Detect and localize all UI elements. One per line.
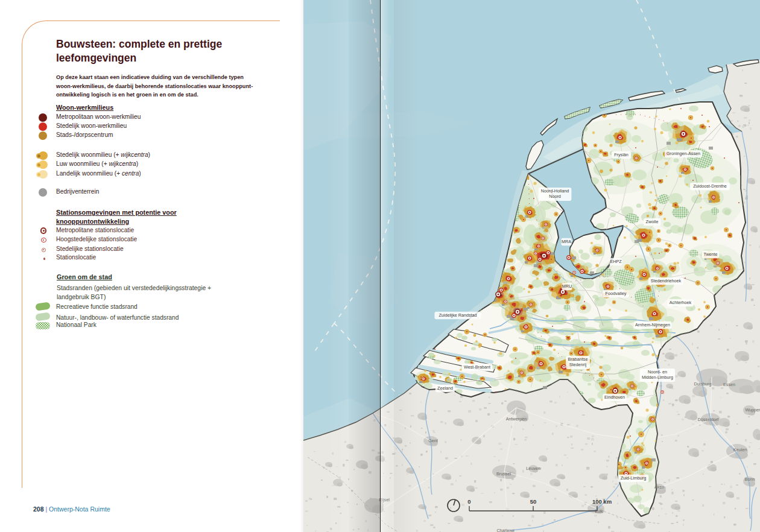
svg-text:Zuidelijke Randstad: Zuidelijke Randstad [439, 312, 477, 318]
svg-text:100 km: 100 km [592, 498, 612, 505]
svg-text:Brussel: Brussel [496, 471, 511, 477]
svg-text:Zuidoost-Drenthe: Zuidoost-Drenthe [693, 183, 727, 189]
svg-text:50: 50 [530, 498, 537, 505]
svg-text:Fryslân: Fryslân [614, 152, 629, 157]
svg-text:Noord-Holland: Noord-Holland [541, 188, 569, 194]
svg-text:Groningen-Assen: Groningen-Assen [667, 151, 700, 156]
svg-text:Noord- en: Noord- en [648, 369, 667, 375]
svg-text:Essen: Essen [723, 382, 735, 387]
svg-text:Düsseldorf: Düsseldorf [698, 417, 718, 422]
svg-text:Achterhoek: Achterhoek [670, 300, 692, 305]
svg-text:EHPZ: EHPZ [610, 259, 622, 264]
svg-text:MRU: MRU [562, 283, 572, 289]
svg-text:Midden-Limburg: Midden-Limburg [642, 375, 673, 380]
svg-text:Stedendriehoek: Stedendriehoek [651, 278, 682, 283]
svg-text:Arnhem-Nijmegen: Arnhem-Nijmegen [635, 322, 670, 328]
svg-text:Wupper: Wupper [745, 407, 760, 413]
svg-text:Keulen: Keulen [733, 447, 747, 452]
svg-text:Eindhoven: Eindhoven [604, 394, 625, 400]
svg-text:Noord: Noord [549, 194, 561, 199]
svg-text:Leuven: Leuven [526, 466, 540, 471]
svg-text:Zuid-Limburg: Zuid-Limburg [621, 475, 646, 481]
svg-text:MRA: MRA [562, 239, 571, 244]
svg-text:Antwerpen: Antwerpen [506, 416, 527, 422]
svg-text:Charleroi: Charleroi [496, 528, 515, 532]
svg-text:Gent: Gent [428, 438, 438, 443]
svg-text:Zeeland: Zeeland [437, 385, 453, 391]
svg-text:Foodvalley: Foodvalley [606, 291, 627, 296]
svg-text:Aken: Aken [654, 484, 664, 490]
svg-text:Zwolle: Zwolle [646, 219, 659, 224]
svg-text:Twente: Twente [703, 252, 717, 257]
svg-text:Duisburg: Duisburg [694, 381, 712, 387]
svg-text:Bonn: Bonn [745, 477, 755, 482]
svg-text:Brabantse: Brabantse [568, 356, 588, 362]
svg-text:West-Brabant: West-Brabant [464, 364, 490, 370]
svg-text:0: 0 [467, 498, 470, 505]
svg-text:Stedenrij: Stedenrij [569, 362, 587, 367]
